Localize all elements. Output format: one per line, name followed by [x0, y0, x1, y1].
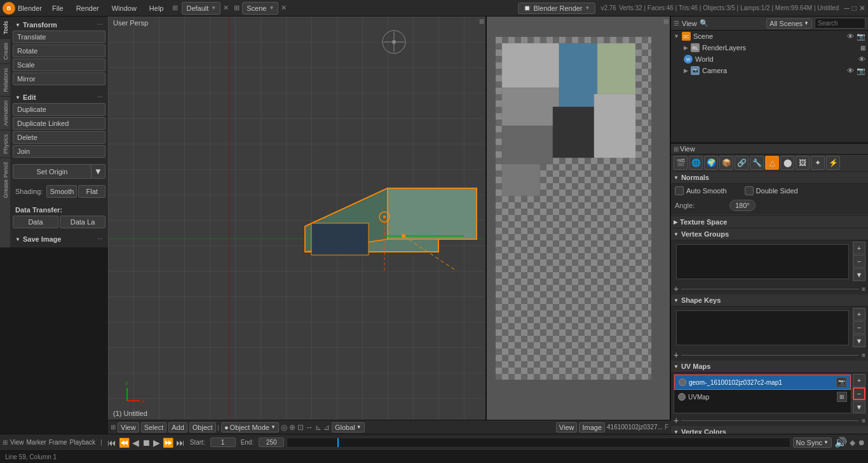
uv-specials-btn[interactable]: ▼ [853, 401, 865, 413]
vertex-colors-header[interactable]: ▼ Vertex Colors [671, 426, 868, 434]
tab-tools[interactable]: Tools [0, 17, 10, 38]
rotate-button[interactable]: Rotate [13, 45, 105, 57]
outliner-scene-item[interactable]: ▼ SC Scene 👁 📷 [671, 31, 868, 42]
start-frame-input[interactable] [210, 438, 236, 447]
uv-view-menu[interactable]: View [556, 422, 578, 432]
prop-tab-object[interactable]: 📦 [719, 156, 733, 170]
normals-header[interactable]: ▼ Normals [671, 172, 868, 184]
timeline-frame-btn[interactable]: Frame [49, 439, 67, 446]
skip-start-btn[interactable]: ⏮ [107, 438, 116, 448]
sk-sort[interactable]: ≡ [862, 352, 865, 359]
outliner-world-item[interactable]: W World 👁 [681, 53, 868, 65]
navigation-gizmo[interactable] [381, 29, 407, 55]
viewport-toggle-btn[interactable]: ⊞ [479, 18, 484, 25]
viewport-icon-6[interactable]: ⊿ [323, 423, 330, 432]
uv-add-btn[interactable]: + [853, 374, 865, 387]
outliner-search-input[interactable] [815, 18, 865, 29]
vg-sort[interactable]: ≡ [862, 286, 865, 293]
prop-tab-physics[interactable]: ⚡ [826, 156, 840, 170]
data-la-button[interactable]: Data La [60, 216, 105, 228]
keyframe-btn[interactable]: ◆ [850, 438, 855, 447]
flat-button[interactable]: Flat [78, 185, 105, 198]
mirror-button[interactable]: Mirror [13, 73, 105, 85]
scale-button[interactable]: Scale [13, 59, 105, 71]
set-origin-button[interactable]: Set Origin [13, 164, 92, 179]
add-menu[interactable]: Add [168, 422, 187, 432]
uv-icon-btn[interactable]: F [665, 424, 668, 431]
vg-add-btn[interactable]: + [853, 242, 865, 254]
vertex-groups-header[interactable]: ▼ Vertex Groups [671, 228, 868, 240]
workspace-dropdown[interactable]: Default ▼ [182, 2, 220, 15]
window-minimize[interactable]: ─ [844, 4, 850, 13]
object-menu[interactable]: Object [189, 422, 216, 432]
viewport-icon-3[interactable]: ⊡ [297, 423, 304, 432]
prop-tab-scene[interactable]: 🌐 [689, 156, 703, 170]
save-image-header[interactable]: ▼ Save Image ⋯ [13, 233, 105, 245]
next-frame-btn[interactable]: ⏩ [163, 438, 173, 448]
timeline-marker-btn[interactable]: Marker [27, 439, 46, 446]
record-btn[interactable]: ⏺ [858, 438, 865, 447]
scenes-dropdown[interactable]: All Scenes ▼ [766, 18, 812, 29]
uv-remove-btn[interactable]: − [853, 387, 865, 400]
sk-add-btn[interactable]: + [853, 308, 865, 321]
prop-tab-material[interactable]: ⬤ [780, 156, 794, 170]
prop-tab-modifiers[interactable]: 🔧 [750, 156, 764, 170]
viewport-icon-2[interactable]: ⊕ [289, 423, 295, 432]
tab-physics[interactable]: Physics [0, 130, 10, 158]
timeline-track[interactable] [287, 438, 790, 448]
window-maximize[interactable]: □ [852, 4, 857, 13]
menu-file[interactable]: File [47, 3, 69, 13]
stop-btn[interactable]: ⏹ [142, 438, 151, 448]
world-visibility-icon[interactable]: 👁 [858, 55, 865, 63]
camera-render-icon[interactable]: 📷 [857, 67, 865, 75]
delete-button[interactable]: Delete [13, 131, 105, 144]
uv-sort[interactable]: ≡ [862, 417, 865, 424]
uv-item-1[interactable]: geom-_16100102jz0327c2-map1 📷 [674, 375, 851, 390]
audio-btn[interactable]: 🔊 [834, 436, 847, 448]
data-button[interactable]: Data [13, 216, 58, 228]
duplicate-linked-button[interactable]: Duplicate Linked [13, 117, 105, 130]
shape-keys-header[interactable]: ▼ Shape Keys [671, 294, 868, 307]
smooth-button[interactable]: Smooth [46, 185, 77, 198]
tab-animation[interactable]: Animation [0, 96, 10, 130]
uv-item-2[interactable]: UVMap ⊞ [674, 390, 851, 404]
prop-tab-world[interactable]: 🌍 [704, 156, 718, 170]
uv-item-1-btn[interactable]: 📷 [836, 377, 846, 387]
timeline-playback-btn[interactable]: Playback [70, 439, 96, 446]
duplicate-button[interactable]: Duplicate [13, 103, 105, 116]
sk-bottom-add[interactable]: + [674, 350, 679, 359]
scene-visibility-icon[interactable]: 👁 [847, 32, 854, 40]
menu-window[interactable]: Window [107, 3, 142, 13]
texture-space-header[interactable]: ▶ Texture Space [671, 216, 868, 228]
tab-grease-pencil[interactable]: Grease Pencil [0, 158, 10, 202]
uv-image-menu[interactable]: Image [579, 422, 605, 432]
select-menu[interactable]: Select [141, 422, 167, 432]
scene-dropdown[interactable]: Scene ▼ [242, 2, 278, 15]
translate-button[interactable]: Translate [13, 31, 105, 43]
play-back-btn[interactable]: ◀ [132, 438, 139, 448]
set-origin-dropdown[interactable]: ▼ [92, 164, 105, 179]
uv-toggle-btn[interactable]: ⊞ [663, 18, 668, 25]
vg-remove-btn[interactable]: − [853, 255, 865, 268]
vg-bottom-add[interactable]: + [674, 284, 679, 293]
edit-header[interactable]: ▼ Edit ⋯ [13, 92, 105, 103]
menu-help[interactable]: Help [144, 3, 169, 13]
sk-specials-btn[interactable]: ▼ [853, 335, 865, 347]
tab-relations[interactable]: Relations [0, 64, 10, 96]
menu-render[interactable]: Render [71, 3, 104, 13]
timeline-view-btn[interactable]: View [10, 439, 24, 446]
vg-specials-btn[interactable]: ▼ [853, 268, 865, 281]
prop-tab-particles[interactable]: ✦ [811, 156, 825, 170]
uv-editor-viewport[interactable]: ⊞ [487, 17, 671, 420]
outliner-renderlayers-item[interactable]: ▶ RL RenderLayers ⊞ [681, 42, 868, 53]
double-sided-checkbox[interactable] [745, 186, 754, 195]
view-menu[interactable]: View [118, 422, 139, 432]
prop-tab-data[interactable]: △ [765, 156, 779, 170]
sk-remove-btn[interactable]: − [853, 321, 865, 334]
uv-maps-header[interactable]: ▼ UV Maps [671, 361, 868, 373]
renderlayers-icon-btn[interactable]: ⊞ [860, 45, 865, 52]
transform-header[interactable]: ▼ Transform ⋯ [13, 19, 105, 31]
uv-bottom-add[interactable]: + [674, 416, 679, 425]
prop-tab-texture[interactable]: 🖼 [796, 156, 810, 170]
window-close[interactable]: ✕ [859, 4, 865, 13]
